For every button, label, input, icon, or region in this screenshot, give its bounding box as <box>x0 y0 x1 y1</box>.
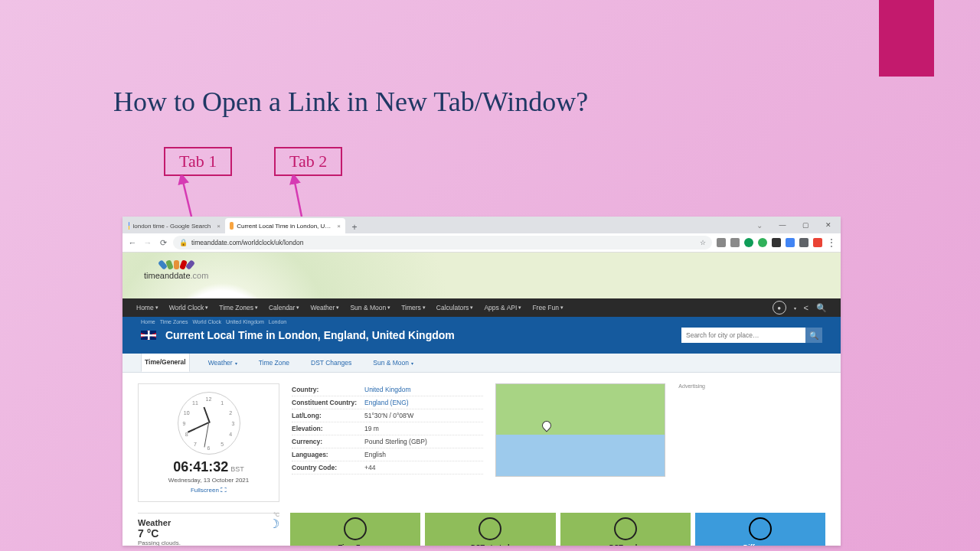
nav-calculators[interactable]: Calculators▾ <box>436 304 474 311</box>
weather-panel: °C ☽ Weather 7 °C Passing clouds. 17 / 1… <box>138 513 279 546</box>
lock-icon: 🔒 <box>179 239 188 246</box>
favicon-google <box>129 222 129 230</box>
svg-line-1 <box>294 178 302 217</box>
nav-worldclock[interactable]: World Clock▾ <box>169 304 209 311</box>
close-tab-icon[interactable]: × <box>217 223 220 230</box>
account-icon[interactable]: ● <box>773 301 786 315</box>
fact-key: Lat/Long: <box>292 412 364 419</box>
fact-row: Elevation:19 m <box>292 422 483 435</box>
fact-value[interactable]: England (ENG) <box>364 399 409 406</box>
current-date: Wednesday, 13 October 2021 <box>146 477 271 484</box>
tab-timezone[interactable]: Time Zone <box>256 354 292 372</box>
puzzle-icon[interactable] <box>799 238 808 247</box>
nav-home[interactable]: Home▾ <box>136 304 158 311</box>
nav-sunmoon[interactable]: Sun & Moon▾ <box>350 304 390 311</box>
ext-icon[interactable] <box>786 238 795 247</box>
breadcrumb-item[interactable]: Time Zones <box>160 319 188 324</box>
clock-back-icon <box>614 517 637 540</box>
logo-petals <box>144 260 208 269</box>
card-title: Difference <box>743 543 777 546</box>
breadcrumb-item[interactable]: World Clock <box>192 319 221 324</box>
search-icon[interactable]: 🔍 <box>816 303 827 313</box>
nav-weather[interactable]: Weather▾ <box>310 304 339 311</box>
breadcrumb-item[interactable]: United Kingdom <box>226 319 264 324</box>
share-icon[interactable]: < <box>804 303 808 312</box>
ext-icon[interactable] <box>772 238 781 247</box>
logo-text: timeanddate.com <box>144 271 208 280</box>
advertising-label: Advertising <box>678 383 705 389</box>
card-dst-start[interactable]: DST started 28 Mar 2021 <box>425 513 555 546</box>
ext-icon[interactable] <box>813 238 822 247</box>
forward-button[interactable]: → <box>142 237 153 248</box>
url-text: timeanddate.com/worldclock/uk/london <box>191 239 303 246</box>
site-logo[interactable]: timeanddate.com <box>144 260 208 280</box>
fact-row: Currency:Pound Sterling (GBP) <box>292 435 483 448</box>
browser-toolbar: ← → ⟳ 🔒 timeanddate.com/worldclock/uk/lo… <box>122 233 841 253</box>
annotation-tab1: Tab 1 <box>164 147 232 176</box>
location-map[interactable] <box>495 383 665 477</box>
nav-timezones[interactable]: Time Zones▾ <box>219 304 258 311</box>
search-button[interactable]: 🔍 <box>805 328 822 343</box>
site-nav: Home▾ World Clock▾ Time Zones▾ Calendar▾… <box>122 298 841 317</box>
menu-dots-icon[interactable]: ⋮ <box>827 237 836 248</box>
card-title: DST ends <box>609 543 642 546</box>
arrow-to-tab1 <box>168 175 199 220</box>
fact-row: Country:United Kingdom <box>292 383 483 396</box>
breadcrumb-item[interactable]: Home <box>141 319 155 324</box>
nav-timers[interactable]: Timers▾ <box>401 304 426 311</box>
caret-down-icon[interactable]: ⌄ <box>752 221 767 230</box>
lower-row: °C ☽ Weather 7 °C Passing clouds. 17 / 1… <box>122 513 841 546</box>
minimize-button[interactable]: — <box>775 221 790 229</box>
nav-apps[interactable]: Apps & API▾ <box>484 304 521 311</box>
weather-heading: Weather <box>138 518 279 527</box>
fact-key: Country Code: <box>292 464 364 471</box>
bookmark-star-icon[interactable]: ☆ <box>700 239 706 246</box>
card-dst-end[interactable]: DST ends 31 Oct 2021 <box>560 513 691 546</box>
browser-tab-2[interactable]: Current Local Time in London, U… × <box>225 218 345 233</box>
site-header: timeanddate.com <box>122 253 841 298</box>
favicon-timeanddate <box>230 222 234 230</box>
fact-key: Elevation: <box>292 425 364 432</box>
fact-key: Languages: <box>292 451 364 458</box>
fact-value: Pound Sterling (GBP) <box>364 438 427 445</box>
card-timezone[interactable]: Time Zone BST (British Summer Time) <box>290 513 420 546</box>
close-tab-icon[interactable]: × <box>337 223 341 230</box>
ext-icon[interactable] <box>730 238 740 247</box>
card-title: DST started <box>471 543 510 546</box>
fact-value: English <box>364 451 386 458</box>
tab-dst[interactable]: DST Changes <box>308 354 354 372</box>
card-difference[interactable]: Difference 4:30 hours behind <box>695 513 825 546</box>
ext-icon[interactable] <box>758 238 767 247</box>
moon-icon: ☽ <box>269 517 279 531</box>
fact-value[interactable]: United Kingdom <box>364 386 410 393</box>
tab-sunmoon[interactable]: Sun & Moon▾ <box>370 354 416 372</box>
ext-icon[interactable] <box>744 238 753 247</box>
browser-tab-1[interactable]: london time - Google Search × <box>124 218 225 233</box>
slide-accent-bar <box>879 0 934 77</box>
reload-button[interactable]: ⟳ <box>158 237 168 248</box>
tab-time-general[interactable]: Time/General <box>141 352 190 372</box>
close-window-button[interactable]: ✕ <box>821 221 836 229</box>
maximize-button[interactable]: ▢ <box>798 221 813 229</box>
nav-calendar[interactable]: Calendar▾ <box>269 304 300 311</box>
tab-title: london time - Google Search <box>132 223 211 230</box>
fact-value: 19 m <box>364 425 379 432</box>
weather-temp: 7 °C <box>138 527 279 540</box>
address-bar[interactable]: 🔒 timeanddate.com/worldclock/uk/london ☆ <box>173 236 712 249</box>
new-tab-button[interactable]: + <box>348 221 361 233</box>
nav-freefun[interactable]: Free Fun▾ <box>532 304 564 311</box>
ext-icon[interactable] <box>717 238 726 247</box>
uk-flag-icon <box>141 331 156 340</box>
slide-title: How to Open a Link in New Tab/Window? <box>113 86 588 118</box>
map-pin-icon <box>541 419 554 432</box>
tab-weather[interactable]: Weather▾ <box>205 354 240 372</box>
info-cards: Time Zone BST (British Summer Time) DST … <box>290 513 825 546</box>
fact-key: Constituent Country: <box>292 399 364 406</box>
fullscreen-link[interactable]: Fullscreen ⛶ <box>191 487 227 494</box>
page-hero: Home Time Zones World Clock United Kingd… <box>122 317 841 354</box>
back-button[interactable]: ← <box>127 237 138 248</box>
fact-value: +44 <box>364 464 375 471</box>
search-input[interactable] <box>681 328 805 343</box>
window-controls: ⌄ — ▢ ✕ <box>752 217 836 233</box>
minute-hand <box>188 422 209 433</box>
